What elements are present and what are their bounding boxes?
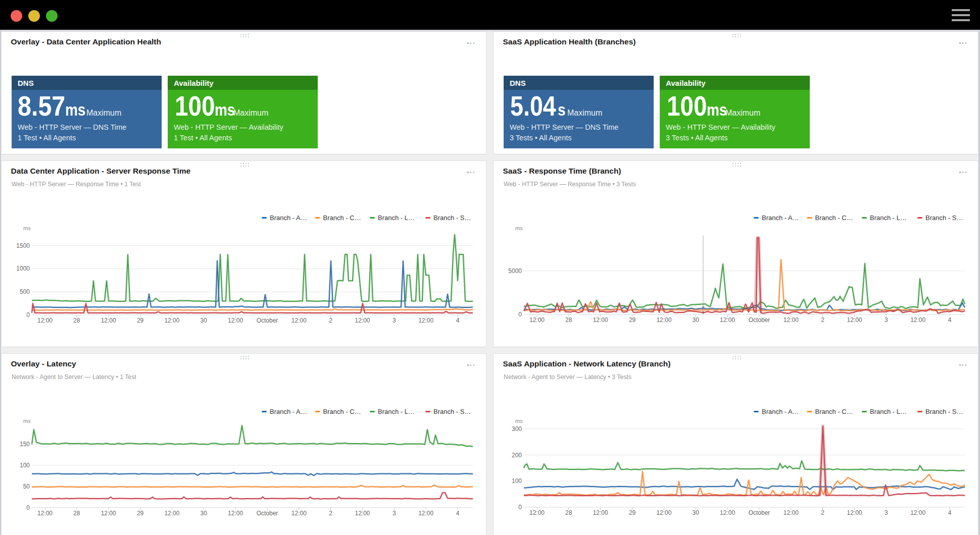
- svg-text:October: October: [257, 510, 278, 517]
- svg-text:12:00: 12:00: [418, 317, 433, 324]
- svg-text:Branch - A…: Branch - A…: [270, 214, 307, 222]
- svg-text:12:00: 12:00: [228, 510, 243, 517]
- svg-text:October: October: [257, 317, 278, 324]
- svg-text:100: 100: [20, 462, 30, 469]
- svg-text:3: 3: [885, 509, 888, 516]
- svg-text:12:00: 12:00: [720, 316, 735, 324]
- svg-text:Branch - A…: Branch - A…: [762, 214, 799, 222]
- svg-text:30: 30: [201, 317, 208, 324]
- svg-text:October: October: [749, 509, 770, 516]
- svg-text:Branch - S…: Branch - S…: [925, 214, 963, 222]
- svg-text:12:00: 12:00: [656, 316, 671, 324]
- svg-text:4: 4: [456, 317, 460, 324]
- svg-text:12:00: 12:00: [910, 509, 925, 516]
- svg-text:12:00: 12:00: [529, 509, 545, 516]
- svg-text:12:00: 12:00: [355, 510, 370, 517]
- svg-text:1000: 1000: [16, 265, 30, 272]
- svg-text:29: 29: [137, 510, 144, 517]
- svg-text:Branch - A…: Branch - A…: [762, 408, 799, 415]
- svg-text:ms: ms: [23, 418, 31, 424]
- svg-text:3: 3: [885, 316, 888, 324]
- svg-text:12:00: 12:00: [418, 510, 433, 517]
- svg-text:ms: ms: [23, 225, 31, 231]
- svg-text:28: 28: [565, 509, 572, 516]
- svg-text:2: 2: [329, 317, 332, 324]
- svg-text:12:00: 12:00: [101, 510, 116, 517]
- svg-text:12:00: 12:00: [101, 317, 116, 324]
- svg-text:0: 0: [26, 504, 30, 511]
- svg-text:2: 2: [821, 316, 824, 324]
- svg-text:12:00: 12:00: [593, 509, 608, 516]
- svg-text:12:00: 12:00: [847, 509, 862, 516]
- svg-text:50: 50: [23, 483, 30, 490]
- svg-text:Branch - C…: Branch - C…: [323, 408, 361, 415]
- svg-text:Branch - L…: Branch - L…: [870, 408, 907, 415]
- svg-text:12:00: 12:00: [291, 317, 307, 324]
- svg-text:12:00: 12:00: [164, 510, 179, 517]
- svg-text:30: 30: [693, 316, 700, 324]
- svg-text:Branch - L…: Branch - L…: [870, 214, 907, 222]
- svg-text:29: 29: [137, 317, 144, 324]
- svg-text:Branch - C…: Branch - C…: [323, 214, 361, 222]
- svg-text:150: 150: [20, 441, 30, 448]
- svg-text:Branch - S…: Branch - S…: [925, 408, 963, 415]
- svg-text:29: 29: [629, 509, 636, 516]
- svg-text:12:00: 12:00: [291, 510, 307, 517]
- svg-text:30: 30: [693, 509, 700, 516]
- svg-text:12:00: 12:00: [847, 316, 862, 324]
- svg-text:4: 4: [948, 509, 952, 516]
- svg-text:Branch - L…: Branch - L…: [378, 214, 415, 222]
- svg-text:4: 4: [948, 316, 952, 324]
- svg-text:Branch - C…: Branch - C…: [815, 408, 853, 415]
- svg-text:12:00: 12:00: [593, 316, 608, 324]
- svg-text:500: 500: [20, 288, 30, 295]
- svg-text:1500: 1500: [16, 242, 30, 249]
- svg-text:28: 28: [73, 317, 80, 324]
- svg-text:ms: ms: [515, 418, 523, 424]
- svg-text:2: 2: [329, 510, 332, 517]
- svg-text:0: 0: [26, 311, 30, 318]
- svg-text:12:00: 12:00: [37, 510, 53, 517]
- svg-text:2: 2: [821, 509, 824, 516]
- svg-text:12:00: 12:00: [164, 317, 179, 324]
- svg-text:October: October: [749, 316, 770, 324]
- svg-text:12:00: 12:00: [783, 316, 799, 324]
- svg-text:0: 0: [518, 504, 522, 511]
- svg-text:3: 3: [393, 510, 396, 517]
- svg-text:Branch - L…: Branch - L…: [378, 408, 415, 415]
- svg-text:28: 28: [73, 510, 80, 517]
- svg-text:12:00: 12:00: [37, 317, 53, 324]
- svg-text:Branch - S…: Branch - S…: [433, 214, 471, 222]
- svg-text:300: 300: [512, 425, 522, 433]
- svg-text:12:00: 12:00: [910, 316, 925, 324]
- svg-text:12:00: 12:00: [656, 509, 671, 516]
- svg-text:12:00: 12:00: [355, 317, 370, 324]
- svg-text:200: 200: [512, 452, 522, 459]
- svg-text:0: 0: [518, 311, 522, 318]
- svg-text:30: 30: [201, 510, 208, 517]
- svg-text:12:00: 12:00: [720, 509, 735, 516]
- svg-text:Branch - A…: Branch - A…: [270, 408, 307, 415]
- svg-text:Branch - S…: Branch - S…: [433, 408, 471, 415]
- svg-text:4: 4: [456, 510, 460, 517]
- svg-text:100: 100: [512, 477, 522, 485]
- svg-text:5000: 5000: [508, 268, 522, 275]
- svg-text:12:00: 12:00: [228, 317, 243, 324]
- svg-text:3: 3: [393, 317, 396, 324]
- svg-text:28: 28: [565, 316, 572, 324]
- svg-text:12:00: 12:00: [529, 316, 545, 324]
- svg-text:12:00: 12:00: [783, 509, 799, 516]
- svg-text:ms: ms: [515, 225, 523, 231]
- svg-text:29: 29: [629, 316, 636, 324]
- svg-text:Branch - C…: Branch - C…: [815, 214, 853, 222]
